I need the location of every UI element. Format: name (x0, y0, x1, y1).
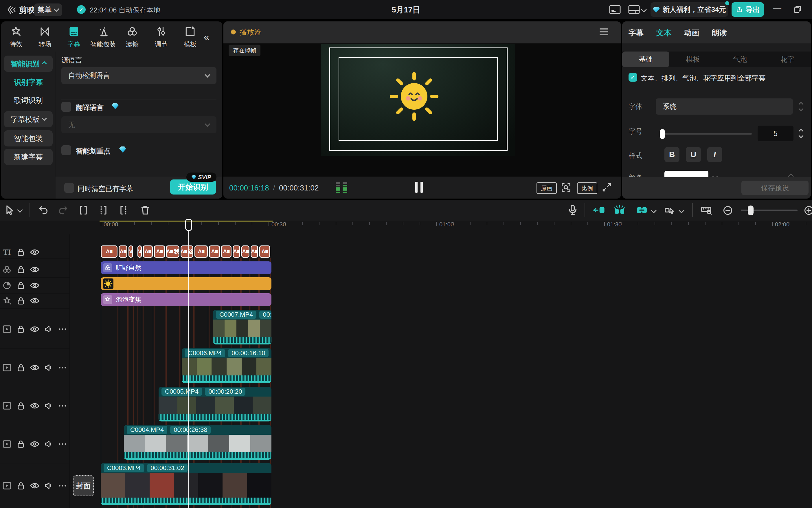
player-menu-icon[interactable] (599, 27, 608, 37)
toggle-visibility-button[interactable] (28, 247, 42, 257)
track-more-button[interactable] (55, 481, 70, 491)
subtab-基础[interactable]: 基础 (622, 51, 669, 67)
toolbar-item-effects[interactable]: 特效 (3, 26, 28, 49)
sidebar-item-recognize-captions[interactable]: 识别字幕 (4, 76, 53, 88)
video-clip-C0005.MP4[interactable]: C0005.MP400:00:20:20 (159, 387, 271, 421)
text-clip[interactable]: A≡ (209, 246, 220, 258)
text-clip[interactable]: A≡ (101, 246, 118, 258)
vip-promo-button[interactable]: 新人福利，立省34元 (650, 2, 728, 17)
font-spinner[interactable] (795, 98, 807, 115)
toolbar-item-filters[interactable]: 滤镜 (120, 26, 145, 49)
font-select[interactable]: 系统 (656, 98, 793, 115)
layout-chevron-icon[interactable] (641, 7, 647, 12)
mute-track-button[interactable] (42, 481, 55, 491)
mute-track-button[interactable] (42, 324, 55, 334)
lock-track-button[interactable] (14, 264, 28, 274)
toggle-visibility-button[interactable] (28, 400, 42, 411)
restore-window-button[interactable] (793, 5, 802, 14)
fullscreen-button[interactable] (601, 182, 612, 193)
font-size-slider[interactable] (660, 133, 752, 135)
smart-highlight-checkbox[interactable] (61, 145, 71, 155)
layout-panels-icon[interactable] (609, 4, 621, 15)
toggle-visibility-button[interactable] (28, 296, 42, 306)
text-clip[interactable]: A≡ (221, 246, 231, 258)
translate-language-checkbox[interactable] (61, 102, 71, 112)
playhead-handle[interactable] (185, 219, 192, 231)
text-clip[interactable]: A≡ (233, 246, 240, 258)
text-clip[interactable]: A≡ (194, 246, 208, 258)
mute-track-button[interactable] (42, 439, 55, 449)
lock-track-button[interactable] (14, 481, 28, 491)
color-collapse-icon[interactable] (788, 173, 794, 177)
color-swatch[interactable] (665, 171, 709, 177)
collapse-panel-button[interactable]: « (204, 31, 209, 43)
source-language-select[interactable]: 自动检测语言 (61, 67, 217, 84)
sticker-clip[interactable] (101, 277, 271, 290)
tab-动画[interactable]: 动画 (684, 28, 699, 38)
pause-button[interactable] (413, 182, 425, 194)
preview-zoom-button[interactable] (560, 182, 572, 194)
video-clip-C0007.MP4[interactable]: C0007.MP400:00:1 (213, 310, 271, 344)
sidebar-item-lyrics-recognize[interactable]: 歌词识别 (4, 94, 53, 106)
underline-button[interactable]: U (686, 147, 701, 162)
toggle-visibility-button[interactable] (28, 439, 42, 449)
sidebar-item-new-caption[interactable]: 新建字幕 (4, 149, 53, 165)
track-more-button[interactable] (55, 439, 70, 449)
cover-button[interactable]: 封面 (73, 475, 94, 496)
lock-track-button[interactable] (14, 439, 28, 449)
toggle-visibility-button[interactable] (28, 480, 42, 491)
mute-track-button[interactable] (42, 401, 55, 411)
menu-button[interactable]: 菜单 (34, 3, 62, 16)
font-size-spinner[interactable] (795, 126, 807, 141)
font-size-slider-thumb[interactable] (660, 129, 665, 139)
sidebar-item-caption-templates[interactable]: 字幕模板 (4, 111, 53, 127)
effect-clip[interactable]: 泡泡变焦 (101, 293, 271, 306)
track-more-button[interactable] (55, 363, 70, 373)
toolbar-item-smartpack[interactable]: 智能包装 (90, 26, 116, 49)
text-clip[interactable]: A≡ (143, 246, 153, 258)
text-clip[interactable]: A≡ (129, 246, 133, 258)
lock-track-button[interactable] (14, 247, 28, 257)
tab-字幕[interactable]: 字幕 (629, 28, 643, 38)
sidebar-item-smart-recognize[interactable]: 智能识别 (4, 55, 53, 72)
color-chevron-icon[interactable] (712, 173, 718, 177)
tab-文本[interactable]: 文本 (656, 28, 671, 38)
italic-button[interactable]: I (707, 147, 722, 162)
subtab-花字[interactable]: 花字 (764, 51, 811, 67)
playhead-line[interactable] (188, 230, 189, 508)
clear-existing-checkbox[interactable] (64, 183, 74, 193)
lock-track-button[interactable] (14, 281, 28, 290)
font-size-value[interactable]: 5 (758, 126, 794, 141)
filter-clip[interactable]: 旷野自然 (101, 261, 271, 274)
toolbar-item-adjust[interactable]: 调节 (149, 26, 174, 49)
translate-language-select[interactable]: 无 (61, 116, 217, 133)
ratio-button[interactable]: 比例 (577, 182, 597, 194)
toggle-visibility-button[interactable] (28, 280, 42, 291)
text-clip[interactable]: A≡ (154, 246, 165, 258)
subtab-气泡[interactable]: 气泡 (717, 51, 764, 67)
sidebar-item-smart-package[interactable]: 智能包装 (4, 130, 53, 146)
toggle-visibility-button[interactable] (28, 363, 42, 373)
lock-track-button[interactable] (14, 296, 28, 306)
text-clip[interactable]: A≡这 (181, 246, 193, 258)
text-clip[interactable]: A≡ (119, 246, 127, 258)
toggle-visibility-button[interactable] (28, 324, 42, 334)
toolbar-item-templates[interactable]: 模板 (178, 26, 202, 49)
text-clip[interactable]: A≡ (251, 246, 258, 258)
lock-track-button[interactable] (14, 401, 28, 411)
toggle-visibility-button[interactable] (28, 264, 42, 275)
minimize-button[interactable]: — (773, 3, 781, 13)
toolbar-item-captions[interactable]: 字幕 (61, 26, 86, 49)
layout-mode-icon[interactable] (628, 4, 640, 15)
text-clip[interactable]: A≡我 (166, 246, 179, 258)
tab-朗读[interactable]: 朗读 (712, 28, 727, 38)
track-more-button[interactable] (55, 324, 70, 334)
original-quality-button[interactable]: 原画 (537, 182, 557, 194)
video-clip-C0003.MP4[interactable]: C0003.MP400:00:31:02 (101, 463, 271, 505)
save-preset-button[interactable]: 保存预设 (741, 181, 809, 195)
mute-track-button[interactable] (42, 363, 55, 373)
apply-all-checkbox[interactable]: ✓ (629, 73, 637, 82)
video-clip-C0006.MP4[interactable]: C0006.MP400:00:16:10 (182, 348, 271, 383)
text-clip[interactable]: A≡ (137, 246, 142, 258)
lock-track-button[interactable] (14, 363, 28, 373)
